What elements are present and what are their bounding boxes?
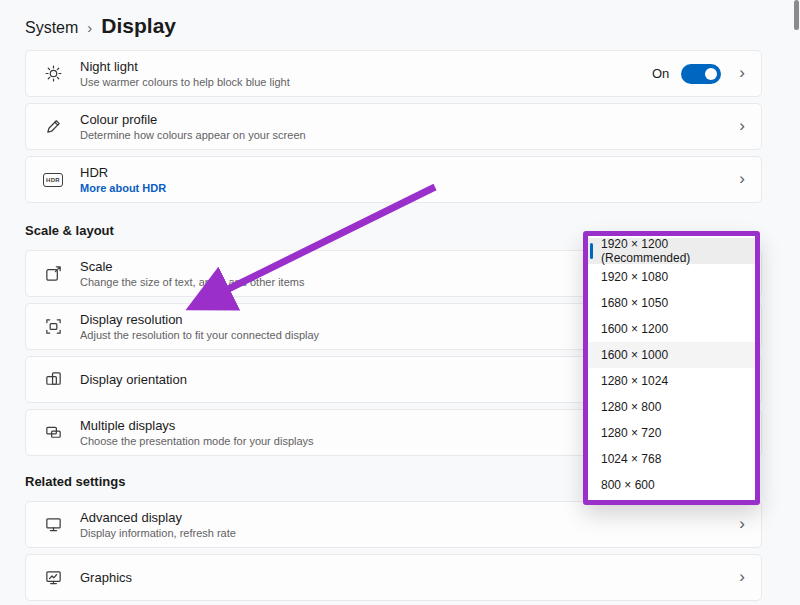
- advanced-display-icon: [42, 515, 64, 534]
- page-title: Display: [101, 14, 176, 38]
- setting-subtitle: Determine how colours appear on your scr…: [80, 129, 306, 141]
- resolution-option[interactable]: 1600 × 1000: [588, 342, 755, 368]
- night-light-icon: [42, 64, 64, 83]
- resolution-option[interactable]: 1280 × 1024: [588, 368, 755, 394]
- resolution-option[interactable]: 1920 × 1080: [588, 264, 755, 290]
- resolution-option[interactable]: 1680 × 1050: [588, 290, 755, 316]
- setting-row-hdr[interactable]: HDR HDR More about HDR ›: [25, 156, 762, 203]
- night-light-toggle[interactable]: [681, 64, 721, 84]
- resolution-option[interactable]: 1280 × 800: [588, 394, 755, 420]
- setting-row-night-light[interactable]: Night light Use warmer colours to help b…: [25, 50, 762, 97]
- resolution-dropdown-menu: 1920 × 1200 (Recommended) 1920 × 1080 16…: [583, 231, 760, 505]
- setting-row-graphics[interactable]: Graphics ›: [25, 554, 762, 601]
- setting-title: Display resolution: [80, 312, 319, 327]
- multiple-displays-icon: [42, 423, 64, 442]
- scale-icon: [42, 264, 64, 283]
- display-resolution-icon: [42, 317, 64, 336]
- setting-title: Colour profile: [80, 112, 306, 127]
- resolution-option[interactable]: 1920 × 1200 (Recommended): [588, 238, 755, 264]
- setting-row-advanced-display[interactable]: Advanced display Display information, re…: [25, 501, 762, 548]
- setting-row-colour-profile[interactable]: Colour profile Determine how colours app…: [25, 103, 762, 150]
- resolution-option[interactable]: 1024 × 768: [588, 446, 755, 472]
- resolution-option[interactable]: 800 × 600: [588, 472, 755, 498]
- resolution-option[interactable]: 1600 × 1200: [588, 316, 755, 342]
- breadcrumb-separator-icon: ›: [87, 19, 92, 36]
- more-about-hdr-link[interactable]: More about HDR: [80, 182, 166, 194]
- chevron-right-icon: ›: [739, 170, 745, 189]
- setting-title: Graphics: [80, 570, 132, 585]
- setting-title: Scale: [80, 259, 304, 274]
- graphics-icon: [42, 568, 64, 587]
- chevron-right-icon: ›: [739, 117, 745, 136]
- setting-title: Advanced display: [80, 510, 236, 525]
- setting-title: Multiple displays: [80, 418, 314, 433]
- setting-subtitle: Display information, refresh rate: [80, 527, 236, 539]
- setting-subtitle: Use warmer colours to help block blue li…: [80, 76, 290, 88]
- setting-title: Night light: [80, 59, 290, 74]
- colour-profile-icon: [42, 117, 64, 136]
- chevron-right-icon: ›: [739, 568, 745, 587]
- setting-subtitle: Adjust the resolution to fit your connec…: [80, 329, 319, 341]
- hdr-icon: HDR: [42, 173, 64, 187]
- breadcrumb: System › Display: [25, 14, 762, 38]
- toggle-state-label: On: [652, 66, 669, 81]
- resolution-option[interactable]: 1280 × 720: [588, 420, 755, 446]
- setting-subtitle: Choose the presentation mode for your di…: [80, 435, 314, 447]
- setting-title: HDR: [80, 165, 166, 180]
- setting-title: Display orientation: [80, 372, 187, 387]
- chevron-right-icon: ›: [739, 64, 745, 83]
- display-orientation-icon: [42, 370, 64, 389]
- scrollbar-thumb[interactable]: [794, 0, 799, 30]
- setting-subtitle: Change the size of text, apps, and other…: [80, 276, 304, 288]
- breadcrumb-system-link[interactable]: System: [25, 19, 78, 37]
- chevron-right-icon: ›: [739, 515, 745, 534]
